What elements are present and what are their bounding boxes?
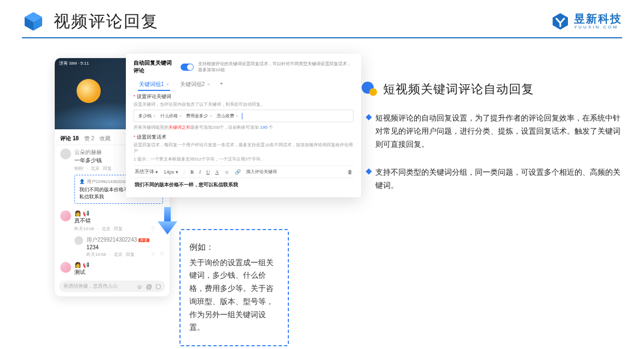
link-button[interactable]: 🔗 xyxy=(235,169,241,175)
switch-label: 自动回复关键词评论 xyxy=(134,59,176,75)
mention-icon[interactable]: @ xyxy=(146,283,152,290)
phone-status-bar: 没有 SIM · 5:11 xyxy=(59,60,89,66)
tag-text: 费用是多少 xyxy=(186,113,208,119)
emoji-icon[interactable]: ☺ xyxy=(137,283,143,290)
emoji-button[interactable]: ☺ xyxy=(224,169,229,175)
italic-button[interactable]: I xyxy=(199,169,201,175)
add-group-button[interactable]: + xyxy=(216,79,228,90)
commenter-name: 👩 📢 xyxy=(74,210,164,216)
example-body: 关于询价的设置成一组关键词，多少钱、什么价格，费用多少等。关于咨询班型、版本、型… xyxy=(189,256,279,335)
close-icon[interactable]: × xyxy=(207,82,210,87)
bullet-text: 支持不同类型的关键词分组，同一类问题，可设置多个相近的、高频的关键词。 xyxy=(375,166,622,192)
sun-graphic xyxy=(77,79,101,103)
comment-actions: 昨天10:08· 北京 回复 ♡ ♡ xyxy=(74,225,164,232)
meta-loc: 北京 xyxy=(114,251,123,258)
meta-time: 昨天10:08 xyxy=(86,251,106,258)
comment-text: 测试 xyxy=(74,268,164,276)
bullet-icon xyxy=(365,114,372,120)
meta-loc: 北京 xyxy=(102,226,111,232)
svg-point-7 xyxy=(369,88,377,96)
comment-input-bar[interactable]: 善语结善缘，恶言伤人心 ☺ @ ▢ xyxy=(59,281,165,292)
switch-desc: 支持根据评论的关键词设置回复话术，可以针对不同类型关键词设置回复话术，最多添加1… xyxy=(198,61,353,73)
comment-body: 👩 📢 测试 xyxy=(74,262,164,276)
tab-likes[interactable]: 赞 2 xyxy=(84,135,94,142)
left-column: 没有 SIM · 5:11 愿你所愿， 真实的自由， 在每个人心中。 评论 18… xyxy=(22,54,339,208)
keyword-tag-input[interactable]: 多少钱× 什么价格× 费用是多少× 怎么收费× xyxy=(134,110,353,122)
dislike-icon[interactable]: ♡ xyxy=(160,251,164,257)
bullet-icon xyxy=(365,169,372,175)
insert-keyword-button[interactable]: 插入评论关键词 xyxy=(246,169,277,175)
section-title: 短视频关键词评论自动回复 xyxy=(383,81,534,98)
comment-item: 👩 📢 真不错 昨天10:08· 北京 回复 ♡ ♡ xyxy=(55,207,170,233)
svg-rect-4 xyxy=(164,207,171,222)
author-tag: 作者 xyxy=(138,238,149,242)
bullet-text: 短视频评论的自动回复设置，为了提升作者的评论回复效率，在系统中针对常见的评论用户… xyxy=(375,112,622,151)
avatar xyxy=(60,262,71,273)
comment-text: 1234 xyxy=(86,244,164,250)
tab-keyword-group-1[interactable]: 关键词组1× xyxy=(134,79,175,90)
comment-meta: 昨天10:08· 北京 回复 xyxy=(74,226,123,232)
brand-domain: YUUXIN.COM xyxy=(574,25,622,30)
comment-body: 用户2299214302243 作者 1234 昨天10:08· 北京 回复 xyxy=(86,236,164,258)
meta-time: 昨天10:08 xyxy=(74,226,94,232)
tab-fav[interactable]: 收藏 xyxy=(100,135,111,142)
example-title: 例如： xyxy=(189,240,279,254)
underline-button[interactable]: U xyxy=(206,169,210,175)
remove-tag-icon[interactable]: × xyxy=(236,113,239,118)
comment-body: 👩 📢 真不错 昨天10:08· 北京 回复 ♡ ♡ xyxy=(74,210,164,232)
remove-tag-icon[interactable]: × xyxy=(179,113,182,118)
main: 没有 SIM · 5:11 愿你所愿， 真实的自由， 在每个人心中。 评论 18… xyxy=(0,54,644,208)
avatar xyxy=(60,210,71,221)
reply-link[interactable]: 回复 xyxy=(114,226,123,232)
page-title: 视频评论回复 xyxy=(54,10,159,33)
auto-reply-toggle[interactable] xyxy=(181,64,194,71)
keyword-tag: 多少钱× xyxy=(137,112,157,119)
font-select[interactable]: 系统字体 ▾ xyxy=(135,168,158,175)
comment-text: 真不错 xyxy=(74,217,164,225)
keyword-group-tabs: 关键词组1× 关键词组2× + xyxy=(134,79,353,90)
image-icon[interactable]: ▢ xyxy=(155,283,161,290)
tag-text: 多少钱 xyxy=(138,113,152,119)
label-text: 设置回复话术 xyxy=(137,134,166,140)
tag-text: 怎么收费 xyxy=(217,113,234,119)
editor-toolbar: 系统字体 ▾ 14px ▾ | B I U A ☺ 🔗 插入评论关键词 🗑 xyxy=(134,165,353,178)
keyword-tag: 怎么收费× xyxy=(216,112,240,119)
remove-tag-icon[interactable]: × xyxy=(153,113,156,118)
right-column: 短视频关键词评论自动回复 短视频评论的自动回复设置，为了提升作者的评论回复效率，… xyxy=(361,54,622,208)
reply-link[interactable]: 回复 xyxy=(103,165,112,171)
chevron-down-icon: ▾ xyxy=(155,169,158,175)
brand-name: 昱新科技 xyxy=(574,13,622,24)
comment-input-placeholder: 善语结善缘，恶言伤人心 xyxy=(63,283,134,290)
close-icon[interactable]: × xyxy=(166,82,169,87)
hint-text: 所有关键词组里的 xyxy=(134,125,169,130)
remove-tag-icon[interactable]: × xyxy=(210,113,212,118)
svg-marker-5 xyxy=(158,221,177,234)
tab-keyword-group-2[interactable]: 关键词组2× xyxy=(175,79,216,90)
avatar xyxy=(74,236,83,245)
chevron-down-icon: ▾ xyxy=(176,169,178,175)
commenter-name: 👩 📢 xyxy=(74,262,164,268)
hint-count: 195 xyxy=(260,125,268,130)
delete-button[interactable]: 🗑 xyxy=(347,169,352,175)
keyword-hint: 所有关键词组里的关键词之和最多可添加200个，目前剩余可添加 195 个 xyxy=(134,124,353,130)
keyword-tag: 什么价格× xyxy=(159,112,183,119)
heart-icon[interactable]: ♡ xyxy=(151,251,155,257)
bullet-item: 支持不同类型的关键词分组，同一类问题，可设置多个相近的、高频的关键词。 xyxy=(361,166,622,192)
size-label: 14px xyxy=(164,169,175,175)
fontcolor-button[interactable]: A xyxy=(215,169,219,175)
keyword-field-desc: 设置关键词，当评论里内容包含了以下关键词，则系统可自动回复。 xyxy=(134,101,353,107)
fontsize-select[interactable]: 14px ▾ xyxy=(164,169,178,175)
reply-editor[interactable]: 我们不同的版本价格不一样，您可以私信联系我 xyxy=(134,178,353,192)
comment-item: 👩 📢 测试 xyxy=(55,259,170,277)
brand-text: 昱新科技 YUUXIN.COM xyxy=(574,13,622,30)
settings-panel: 自动回复关键词评论 支持根据评论的关键词设置回复话术，可以针对不同类型关键词设置… xyxy=(126,54,361,197)
tab-comments[interactable]: 评论 18 xyxy=(60,135,79,142)
keyword-field-label: *设置评论关键词 xyxy=(134,93,353,100)
reply-field-label: *设置回复话术 xyxy=(134,134,353,141)
auto-reply-switch-row: 自动回复关键词评论 支持根据评论的关键词设置回复话术，可以针对不同类型关键词设置… xyxy=(134,59,353,75)
reply-link[interactable]: 回复 xyxy=(126,251,135,258)
brand-mark-icon xyxy=(551,12,570,31)
bold-button[interactable]: B xyxy=(190,169,194,175)
keyword-tag: 费用是多少× xyxy=(185,112,213,119)
like-row: ♡ ♡ xyxy=(151,251,164,257)
